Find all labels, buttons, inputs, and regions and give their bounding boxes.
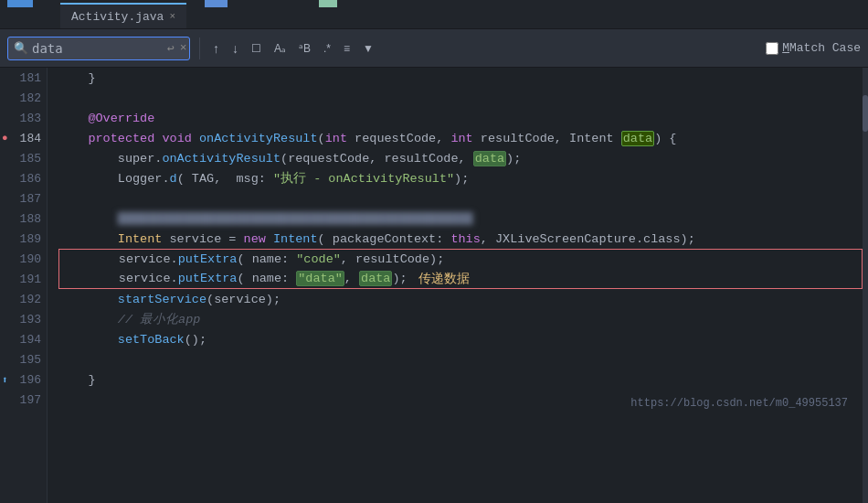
gutter-arrow-icon: ● — [2, 133, 8, 144]
gutter-fold-icon[interactable]: ⬆ — [2, 374, 8, 386]
code-line-189: Intent service = new Intent( packageCont… — [58, 229, 863, 249]
tab-bar: Activity.java × — [0, 0, 868, 29]
line-194: 194 — [0, 329, 47, 349]
line-numbers: 181 182 183 ● 184 185 186 187 188 189 19… — [0, 68, 48, 503]
code-line-190: service.putExtra( name: "code", resultCo… — [58, 249, 863, 269]
code-area: 181 182 183 ● 184 185 186 187 188 189 19… — [0, 68, 868, 503]
search-actions: ↑ ↓ ☐ Aₐ ᵃB .* ≡ ▼ — [209, 39, 377, 58]
line-187: 187 — [0, 188, 47, 209]
code-line-194: setToBack(); — [58, 329, 863, 349]
search-regex-button[interactable]: .* — [320, 40, 334, 57]
line-181: 181 — [0, 68, 47, 88]
code-line-192: startService(service); — [58, 289, 863, 309]
code-line-186: Logger.d( TAG, msg: "执行 - onActivityResu… — [58, 168, 863, 188]
inline-comment: 传递数据 — [418, 271, 470, 287]
search-icon: 🔍 — [14, 41, 28, 56]
code-line-191: service.putExtra( name: "data", data); 传… — [58, 269, 863, 289]
match-case-checkbox[interactable] — [766, 42, 778, 55]
search-wrap-button[interactable]: ☐ — [248, 40, 265, 57]
match-case-label[interactable]: MMatch Case — [782, 41, 861, 55]
search-next-button[interactable]: ↓ — [228, 39, 242, 58]
match-case-wrap: MMatch Case — [766, 41, 861, 55]
code-line-196: } — [58, 369, 863, 390]
code-line-184: protected void onActivityResult(int requ… — [58, 128, 863, 148]
line-192: 192 — [0, 289, 47, 309]
tab-label: Activity.java — [71, 10, 164, 24]
search-divider — [199, 37, 200, 59]
line-182: 182 — [0, 88, 47, 108]
replace-icon[interactable]: ↩ — [167, 41, 175, 56]
line-190: 190 — [0, 249, 47, 269]
footer-url: https://blog.csdn.net/m0_49955137 — [630, 397, 848, 410]
code-line-185: super.onActivityResult(requestCode, resu… — [58, 148, 863, 168]
code-line-193: // 最小化app — [58, 309, 863, 329]
line-186: 186 — [0, 168, 47, 188]
code-line-195 — [58, 349, 863, 369]
line-195: 195 — [0, 349, 47, 369]
search-bar: 🔍 ↩ × ↑ ↓ ☐ Aₐ ᵃB .* ≡ ▼ MMatch Case — [0, 29, 868, 68]
code-line-197: https://blog.csdn.net/m0_49955137 — [58, 390, 863, 410]
scrollbar[interactable] — [863, 68, 868, 503]
search-prev-button[interactable]: ↑ — [209, 39, 223, 58]
line-197: 197 — [0, 390, 47, 410]
line-193: 193 — [0, 309, 47, 329]
search-input-wrap[interactable]: 🔍 ↩ × — [7, 37, 190, 60]
search-ab-button[interactable]: ᵃB — [295, 40, 314, 57]
code-line-181: } — [58, 68, 863, 88]
active-tab[interactable]: Activity.java × — [60, 3, 186, 28]
scroll-thumb[interactable] — [863, 95, 868, 132]
code-line-183: @Override — [58, 108, 863, 128]
line-183: 183 — [0, 108, 47, 128]
search-aa-button[interactable]: Aₐ — [270, 40, 290, 57]
code-line-188: ████████████████████████████████████████… — [58, 209, 863, 229]
search-match-words-button[interactable]: ≡ — [340, 40, 354, 57]
search-clear-icon[interactable]: × — [180, 41, 187, 55]
line-184: ● 184 — [0, 128, 47, 148]
tab-close-icon[interactable]: × — [169, 11, 175, 22]
code-line-182 — [58, 88, 863, 108]
code-line-187 — [58, 188, 863, 209]
line-185: 185 — [0, 148, 47, 168]
search-input[interactable] — [32, 41, 160, 56]
line-191: 191 — [0, 269, 47, 289]
search-filter-button[interactable]: ▼ — [359, 40, 377, 57]
line-189: 189 — [0, 229, 47, 249]
code-content[interactable]: } @Override protected void onActivityRes… — [48, 68, 863, 503]
line-188: 188 — [0, 209, 47, 229]
line-196: ⬆ 196 — [0, 369, 47, 390]
